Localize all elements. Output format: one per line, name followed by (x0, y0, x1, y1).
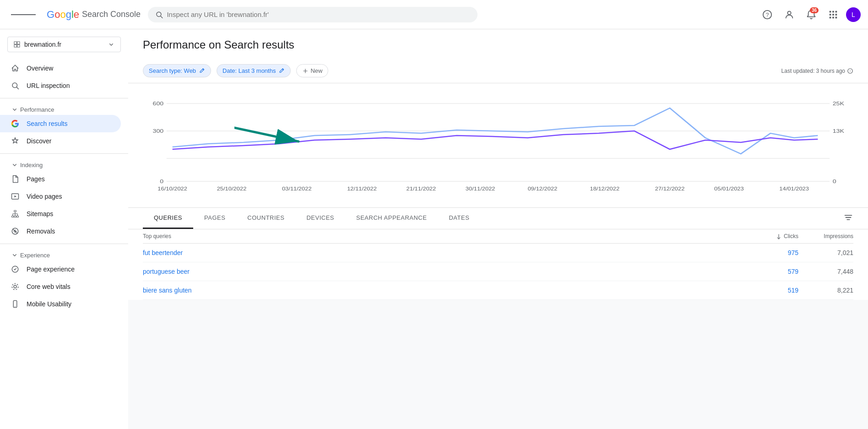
sidebar-item-removals[interactable]: Removals (0, 223, 121, 240)
query-cell-3[interactable]: biere sans gluten (143, 287, 743, 294)
filter-icon (843, 212, 853, 223)
avatar[interactable]: L (846, 7, 861, 22)
col-header-impressions[interactable]: Impressions (798, 233, 853, 239)
chart-container: 600 300 0 25K 13K 0 16/10/2022 25/10/202… (128, 83, 868, 208)
impressions-cell-3: 8,221 (798, 287, 853, 294)
svg-point-37 (15, 306, 16, 307)
svg-text:21/11/2022: 21/11/2022 (407, 186, 436, 191)
notifications-button[interactable]: 36 (802, 5, 820, 24)
layout: brewnation.fr Overview URL inspection Pe… (0, 29, 868, 429)
svg-text:30/11/2022: 30/11/2022 (466, 186, 495, 191)
date-label: Date: Last 3 months (222, 67, 276, 74)
tab-countries[interactable]: COUNTRIES (236, 208, 295, 229)
divider-1 (0, 98, 128, 98)
sidebar-item-mobile-usability[interactable]: Mobile Usability (0, 295, 121, 313)
svg-text:i: i (850, 69, 850, 72)
section-performance-label: Performance (20, 106, 54, 113)
sidebar-label-search-results: Search results (27, 120, 67, 127)
search-type-filter[interactable]: Search type: Web (143, 64, 211, 77)
section-indexing-label: Indexing (20, 162, 43, 168)
menu-button[interactable] (7, 9, 39, 20)
svg-rect-16 (14, 45, 16, 47)
table-filter-button[interactable] (843, 208, 853, 229)
sidebar-item-core-web-vitals[interactable]: Core web vitals (0, 278, 121, 295)
section-indexing[interactable]: Indexing (0, 157, 128, 170)
clicks-cell-2: 579 (743, 268, 798, 275)
tab-dates[interactable]: DATES (438, 208, 480, 229)
mobile-icon (11, 300, 19, 308)
svg-rect-13 (835, 16, 837, 18)
sidebar-label-video-pages: Video pages (27, 193, 62, 200)
home-icon (11, 64, 19, 72)
svg-point-35 (14, 285, 16, 288)
date-filter[interactable]: Date: Last 3 months (217, 64, 291, 77)
new-filter-button[interactable]: New (296, 64, 328, 77)
url-search-bar[interactable] (148, 7, 477, 22)
tab-search-appearance[interactable]: SEARCH APPEARANCE (345, 208, 438, 229)
clicks-cell-3: 519 (743, 287, 798, 294)
svg-rect-24 (14, 216, 16, 217)
svg-rect-23 (12, 216, 14, 217)
svg-rect-9 (832, 14, 834, 16)
impressions-cell-1: 7,021 (798, 249, 853, 256)
col-header-clicks[interactable]: Clicks (743, 233, 798, 239)
col-header-query: Top queries (143, 233, 743, 239)
notification-badge: 36 (810, 7, 819, 13)
tab-queries[interactable]: QUERIES (143, 208, 193, 229)
svg-text:0: 0 (160, 179, 163, 185)
svg-rect-6 (832, 11, 834, 12)
chevron-indexing-icon (11, 161, 18, 168)
sidebar-label-core-web-vitals: Core web vitals (27, 283, 71, 290)
query-cell-2[interactable]: portuguese beer (143, 268, 743, 275)
sidebar-item-discover[interactable]: Discover (0, 132, 121, 150)
site-selector[interactable]: brewnation.fr (7, 37, 121, 52)
main-content: Performance on Search results Search typ… (128, 29, 868, 429)
query-link-3[interactable]: biere sans gluten (143, 287, 192, 294)
query-link-1[interactable]: fut beertender (143, 249, 183, 256)
svg-rect-12 (832, 16, 834, 18)
account-button[interactable] (780, 5, 798, 24)
tab-pages[interactable]: PAGES (193, 208, 236, 229)
query-cell-1[interactable]: fut beertender (143, 249, 743, 256)
sidebar-item-search-results[interactable]: Search results (0, 115, 121, 132)
google-logo: Google (47, 9, 79, 21)
clicks-cell-1: 975 (743, 249, 798, 256)
sidebar-item-sitemaps[interactable]: Sitemaps (0, 205, 121, 223)
sidebar-item-pages[interactable]: Pages (0, 170, 121, 188)
svg-text:05/01/2023: 05/01/2023 (714, 186, 744, 191)
sidebar-item-overview[interactable]: Overview (0, 60, 121, 77)
url-input[interactable] (167, 11, 470, 18)
edit-date-icon (278, 68, 285, 74)
help-button[interactable]: ? (758, 5, 776, 24)
sidebar-item-page-experience[interactable]: Page experience (0, 261, 121, 278)
sidebar-label-url-inspection: URL inspection (27, 82, 70, 89)
svg-line-19 (16, 87, 18, 89)
sidebar-item-video-pages[interactable]: Video pages (0, 188, 121, 205)
svg-rect-8 (830, 14, 831, 16)
svg-rect-22 (14, 211, 16, 212)
svg-text:16/10/2022: 16/10/2022 (157, 186, 187, 191)
query-link-2[interactable]: portuguese beer (143, 268, 190, 275)
impressions-cell-2: 7,448 (798, 268, 853, 275)
dropdown-icon (108, 41, 115, 48)
inspect-icon (11, 81, 19, 90)
table-row: fut beertender 975 7,021 (143, 244, 853, 262)
svg-point-34 (12, 283, 18, 290)
sidebar-label-removals: Removals (27, 228, 55, 235)
section-performance[interactable]: Performance (0, 102, 128, 115)
apps-button[interactable] (824, 5, 842, 24)
tab-devices[interactable]: DEVICES (295, 208, 345, 229)
svg-rect-7 (835, 11, 837, 12)
sidebar-item-url-inspection[interactable]: URL inspection (0, 77, 121, 94)
svg-marker-21 (15, 195, 17, 198)
table-columns-header: Top queries Clicks Impressions (143, 229, 853, 244)
section-experience[interactable]: Experience (0, 248, 128, 261)
vitals-icon (11, 282, 19, 291)
svg-line-1 (161, 16, 163, 18)
svg-rect-17 (17, 45, 20, 47)
svg-text:27/12/2022: 27/12/2022 (655, 186, 685, 191)
svg-text:?: ? (766, 11, 769, 18)
site-name: brewnation.fr (24, 41, 104, 48)
discover-icon (11, 137, 19, 145)
plus-icon (302, 68, 309, 74)
